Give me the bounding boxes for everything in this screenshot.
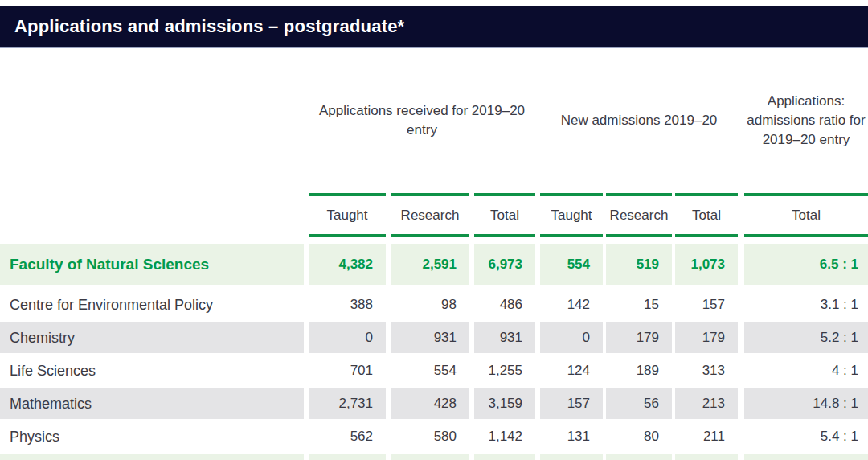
cell-admissions-research: 15	[606, 290, 672, 320]
column-header-ratio-total: Total	[744, 193, 868, 237]
row-label: Life Sciences	[0, 355, 304, 386]
group-header-new-admissions: New admissions 2019–20	[540, 111, 738, 130]
table-row-centre-for-environmental-policy: Centre for Environmental Policy 388 98 4…	[0, 290, 868, 320]
table-row-faculty-of-natural-sciences: Faculty of Natural Sciences 4,382 2,591 …	[0, 244, 868, 285]
cell-admissions-research: 179	[606, 322, 672, 353]
cell-applications-total: 486	[474, 290, 535, 320]
cell-ratio-total: 14.8 : 1	[744, 388, 868, 419]
cell-applications-research: 98	[391, 290, 469, 320]
next-row-cutoff-strip	[0, 454, 868, 460]
cell-admissions-research: 80	[606, 421, 672, 452]
title-bar: Applications and admissions – postgradua…	[0, 6, 868, 48]
group-header-applications-received: Applications received for 2019–20 entry	[309, 101, 535, 140]
cell-ratio-total: 5.4 : 1	[744, 421, 868, 452]
row-label: Chemistry	[0, 322, 304, 353]
page-title: Applications and admissions – postgradua…	[0, 16, 404, 37]
cell-admissions-total: 211	[675, 421, 738, 452]
column-header-admissions-research: Research	[606, 193, 672, 237]
cell-admissions-research: 519	[606, 244, 672, 285]
cell-admissions-taught: 131	[540, 421, 603, 452]
cell-applications-research: 931	[391, 322, 469, 353]
cell-applications-research: 428	[391, 388, 469, 419]
table-row-physics: Physics 562 580 1,142 131 80 211 5.4 : 1	[0, 421, 868, 452]
cell-admissions-total: 313	[675, 355, 738, 386]
cell-admissions-total: 213	[675, 388, 738, 419]
row-label: Physics	[0, 421, 304, 452]
cell-applications-taught: 0	[309, 322, 386, 353]
cell-admissions-taught: 142	[540, 290, 603, 320]
cell-admissions-taught: 554	[540, 244, 603, 285]
table-row-mathematics: Mathematics 2,731 428 3,159 157 56 213 1…	[0, 388, 868, 419]
column-header-applications-total: Total	[474, 193, 535, 237]
column-header-applications-research: Research	[391, 193, 469, 237]
row-label: Mathematics	[0, 388, 304, 419]
row-label: Centre for Environmental Policy	[0, 290, 304, 320]
cell-ratio-total: 4 : 1	[744, 355, 868, 386]
row-label: Faculty of Natural Sciences	[0, 244, 304, 285]
cell-admissions-taught: 0	[540, 322, 603, 353]
cell-admissions-total: 157	[675, 290, 738, 320]
cell-applications-total: 6,973	[474, 244, 535, 285]
cell-admissions-taught: 124	[540, 355, 603, 386]
cell-applications-total: 1,142	[474, 421, 535, 452]
cell-applications-taught: 2,731	[309, 388, 386, 419]
cell-applications-taught: 4,382	[309, 244, 386, 285]
column-group-header-row: Applications received for 2019–20 entry …	[0, 48, 868, 193]
cell-applications-taught: 562	[309, 421, 386, 452]
cell-ratio-total: 6.5 : 1	[744, 244, 868, 285]
group-header-applications-admissions-ratio: Applications: admissions ratio for 2019–…	[744, 92, 868, 149]
cell-applications-taught: 388	[309, 290, 386, 320]
cell-admissions-total: 179	[675, 322, 738, 353]
table-row-life-sciences: Life Sciences 701 554 1,255 124 189 313 …	[0, 355, 868, 386]
cell-ratio-total: 5.2 : 1	[744, 322, 868, 353]
cell-admissions-research: 189	[606, 355, 672, 386]
cell-applications-research: 580	[391, 421, 469, 452]
column-header-admissions-taught: Taught	[540, 193, 603, 237]
cell-applications-total: 1,255	[474, 355, 535, 386]
cell-applications-taught: 701	[309, 355, 386, 386]
column-header-row: Taught Research Total Taught Research To…	[0, 193, 868, 237]
cell-applications-research: 2,591	[391, 244, 469, 285]
cell-ratio-total: 3.1 : 1	[744, 290, 868, 320]
column-header-admissions-total: Total	[675, 193, 738, 237]
cell-admissions-research: 56	[606, 388, 672, 419]
cell-admissions-taught: 157	[540, 388, 603, 419]
table-row-chemistry: Chemistry 0 931 931 0 179 179 5.2 : 1	[0, 322, 868, 353]
cell-applications-total: 3,159	[474, 388, 535, 419]
cell-applications-research: 554	[391, 355, 469, 386]
column-header-applications-taught: Taught	[309, 193, 386, 237]
cell-applications-total: 931	[474, 322, 535, 353]
cell-admissions-total: 1,073	[675, 244, 738, 285]
